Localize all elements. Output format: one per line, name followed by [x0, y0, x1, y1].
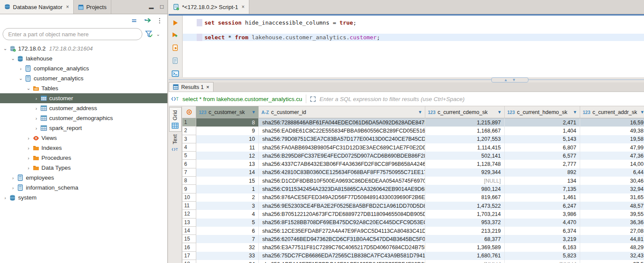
cell-c_current_addr_sk[interactable]: 30,46 — [580, 177, 644, 185]
cell-c_current_cdemo_sk[interactable]: 1,207,553 — [425, 135, 505, 143]
cell-c_customer_sk[interactable]: 9 — [196, 127, 259, 135]
cell-c_current_hdemo_sk[interactable]: 6,577 — [505, 152, 580, 160]
row-number[interactable]: 6 — [182, 160, 196, 168]
object-filter-input[interactable] — [3, 28, 142, 40]
column-header-c_current_addr_sk[interactable]: 123c_current_addr_sk▼ — [580, 106, 644, 118]
view-menu-icon[interactable] — [158, 17, 161, 24]
cell-c_current_cdemo_sk[interactable]: 1,114,415 — [425, 143, 505, 152]
cell-c_current_cdemo_sk[interactable]: [NULL] — [425, 177, 505, 185]
expander-open-icon[interactable]: ⌄ — [25, 86, 32, 91]
cell-c_current_cdemo_sk[interactable]: 1,703,214 — [425, 210, 505, 218]
cell-c_current_hdemo_sk[interactable]: 1,461 — [505, 193, 580, 202]
row-number[interactable]: 1 — [182, 118, 196, 127]
tree-item-information-schema[interactable]: ›information_schema — [0, 183, 167, 193]
cell-c_customer_sk[interactable]: 11 — [196, 143, 259, 152]
cell-c_customer_sk[interactable]: 14 — [196, 168, 259, 177]
cell-c_current_cdemo_sk[interactable]: [NULL] — [425, 260, 505, 263]
cell-c_current_hdemo_sk[interactable]: 892 — [505, 168, 580, 177]
row-number[interactable]: 17 — [182, 252, 196, 260]
tree-item-customer-analytics[interactable]: ⌄customer_analytics — [0, 73, 167, 83]
cell-c_current_cdemo_sk[interactable]: 1,128,748 — [425, 160, 505, 168]
execute-new-tab-icon[interactable] — [172, 32, 179, 39]
cell-c_current_addr_sk[interactable]: 48,57 — [580, 202, 644, 210]
row-number[interactable]: 8 — [182, 177, 196, 185]
sort-dropdown-icon[interactable]: ▼ — [640, 110, 644, 114]
row-number[interactable]: 2 — [182, 127, 196, 135]
cell-c_customer_sk[interactable]: 5 — [196, 219, 259, 227]
tree-item-procedures[interactable]: ›Procedures — [0, 153, 167, 163]
cell-c_current_hdemo_sk[interactable]: 6,247 — [505, 202, 580, 210]
cell-c_customer_id[interactable]: sha256:9E52303CE4FBA2E2F0525E8A5BFBD2C1A… — [259, 202, 425, 210]
expander-closed-icon[interactable]: › — [33, 126, 40, 131]
minimize-icon[interactable]: ▬ — [149, 5, 154, 10]
filter-dropdown-icon[interactable]: ⌄ — [156, 32, 160, 37]
cell-c_customer_id[interactable]: sha256:79D08751C3EA7C83BA57D177E00413D0C… — [259, 135, 425, 143]
row-number[interactable]: 5 — [182, 152, 196, 160]
row-number[interactable]: 3 — [182, 135, 196, 143]
cell-c_customer_id[interactable]: sha256:EAD8E61C8C22E555834FBBA9B60556CB2… — [259, 127, 425, 135]
cell-c_current_addr_sk[interactable]: 47,36 — [580, 152, 644, 160]
cell-c_customer_id[interactable]: sha256:42810C83B0360CE125634F068BAF8FF75… — [259, 168, 425, 177]
view-tab-text[interactable]: TextT — [169, 132, 182, 155]
tree-item-customer-address[interactable]: ›customer_address — [0, 103, 167, 113]
filter-expression-placeholder[interactable]: Enter a SQL expression to filter results… — [320, 96, 465, 102]
cell-c_customer_id[interactable]: sha256:FA0ABB6943B98054FC31D12D3E3AEC689… — [259, 143, 425, 152]
cell-c_current_hdemo_sk[interactable]: 5,823 — [505, 252, 580, 260]
cell-c_customer_id[interactable]: sha256:E3A77511F81C7289C76C4065217D5D406… — [259, 243, 425, 251]
row-number[interactable]: 4 — [182, 143, 196, 152]
cell-c_current_addr_sk[interactable]: 44,81 — [580, 235, 644, 243]
explain-plan-icon[interactable] — [172, 57, 179, 65]
cell-c_customer_sk[interactable]: 6 — [196, 227, 259, 235]
tree-item-customer-demographics[interactable]: ›customer_demographics — [0, 113, 167, 123]
cell-c_current_hdemo_sk[interactable]: 134 — [505, 177, 580, 185]
close-tab-icon[interactable]: × — [66, 4, 69, 10]
close-tab-icon[interactable]: × — [242, 4, 245, 10]
row-number[interactable]: 14 — [182, 227, 196, 235]
execute-script-icon[interactable] — [172, 44, 179, 52]
tree-item-views[interactable]: ›Views — [0, 133, 167, 143]
cell-c_customer_sk[interactable]: 33 — [196, 252, 259, 260]
cell-c_customer_sk[interactable]: 34 — [196, 260, 259, 263]
row-number[interactable]: 7 — [182, 168, 196, 177]
cell-c_current_cdemo_sk[interactable]: 1,215,897 — [425, 118, 505, 127]
cell-c_current_addr_sk[interactable]: 49,38 — [580, 127, 644, 135]
sql-console-icon[interactable] — [172, 70, 179, 77]
tree-item-172-18-0-2[interactable]: ⌄172.18.0.2172.18.0.2:31604 — [0, 44, 167, 54]
cell-c_customer_sk[interactable]: 13 — [196, 160, 259, 168]
cell-c_customer_sk[interactable]: 4 — [196, 210, 259, 218]
cell-c_customer_id[interactable]: sha256:B295D8FC337E9E4FECD0725D907ACD6B6… — [259, 152, 425, 160]
expander-closed-icon[interactable]: › — [33, 96, 40, 101]
expand-filter-icon[interactable] — [310, 96, 316, 102]
column-header-c_current_cdemo_sk[interactable]: 123c_current_cdemo_sk▼ — [425, 106, 505, 118]
tree-item-lakehouse[interactable]: ⌄lakehouse — [0, 54, 167, 63]
cell-c_current_hdemo_sk[interactable]: 2,471 — [505, 118, 580, 127]
expander-closed-icon[interactable]: › — [25, 155, 32, 161]
cell-c_customer_id[interactable]: sha256:8F1528BB708DF69EB475DC92A8C20EC44… — [259, 219, 425, 227]
cell-c_customer_id[interactable]: sha256:B705122120A673FC7DE6889727DB11809… — [259, 210, 425, 218]
row-number[interactable]: 11 — [182, 202, 196, 210]
expander-closed-icon[interactable]: › — [2, 195, 9, 200]
tree-item-compliance-analytics[interactable]: ›compliance_analytics — [0, 63, 167, 73]
cell-c_customer_sk[interactable]: 2 — [196, 193, 259, 202]
expander-closed-icon[interactable]: › — [25, 165, 32, 171]
link-with-editor-icon[interactable] — [144, 18, 152, 24]
cell-c_current_addr_sk[interactable]: 27,08 — [580, 227, 644, 235]
cell-c_customer_id[interactable]: sha256:620746BED947362BCD6CF31B0A4C547DD… — [259, 235, 425, 243]
cell-c_current_cdemo_sk[interactable]: 213,219 — [425, 227, 505, 235]
sql-code[interactable]: set session hide_inaccessible_columns = … — [204, 19, 380, 41]
tree-item-indexes[interactable]: ›Indexes — [0, 143, 167, 153]
cell-c_current_hdemo_sk[interactable]: 6,163 — [505, 243, 580, 251]
tree-item-customer[interactable]: ›customer — [0, 93, 167, 103]
filter-settings-icon[interactable] — [145, 30, 154, 38]
cell-c_current_cdemo_sk[interactable]: 1,680,761 — [425, 252, 505, 260]
close-tab-icon[interactable]: × — [206, 84, 209, 90]
tab-database-navigator[interactable]: Database Navigator × — [0, 0, 74, 14]
row-number[interactable]: 9 — [182, 185, 196, 193]
cell-c_current_hdemo_sk[interactable]: 6,807 — [505, 143, 580, 152]
cell-c_current_addr_sk[interactable]: 6,44 — [580, 168, 644, 177]
row-number[interactable]: 15 — [182, 235, 196, 243]
cell-c_current_cdemo_sk[interactable]: 1,369,589 — [425, 243, 505, 251]
sort-dropdown-icon[interactable]: ▼ — [418, 110, 422, 114]
expander-closed-icon[interactable]: › — [9, 175, 16, 181]
cell-c_current_hdemo_sk[interactable]: 2,777 — [505, 160, 580, 168]
